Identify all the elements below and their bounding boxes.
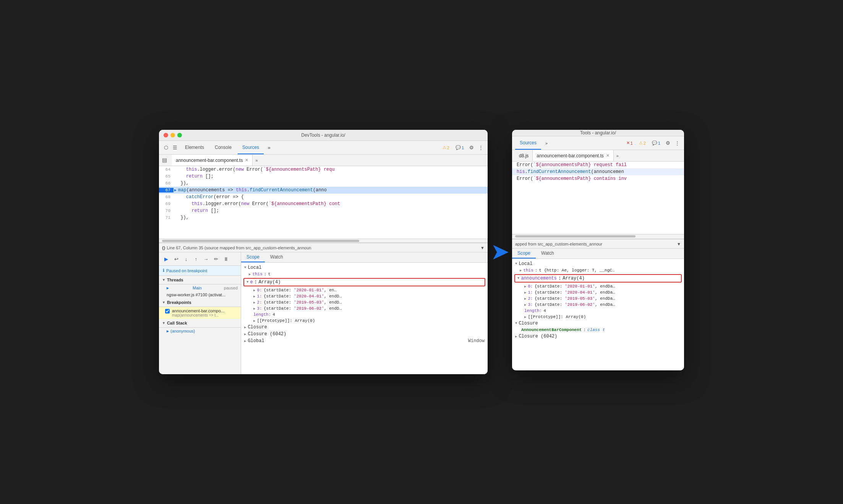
file-tab-close-right[interactable]: ✕ [606,153,610,158]
pause-btn[interactable]: ⏸ [222,255,230,263]
thread-worker[interactable]: ngsw-worker.js #7100 (activat... [159,291,241,298]
scope-announcements-right[interactable]: ▼ announcements: Array(4) [514,274,682,283]
scope-arr-2-right[interactable]: ▶ 2: {startDate: '2019-05-03', endDa… [512,296,684,302]
deactivate-btn[interactable]: ✏ [212,255,220,263]
scope-local-header-left[interactable]: ▼ Local [241,264,488,271]
file-tab-component-name: announcement-bar.component.ts [537,153,603,158]
more-files-icon-left[interactable]: » [253,157,260,164]
this-label-left: this [252,272,262,276]
debug-area-right: Scope Watch ▼ Local ▶ this: t {http: Ae,… [512,248,684,370]
more-tabs-icon[interactable]: » [265,144,273,152]
scope-this-right[interactable]: ▶ this: t {http: Ae, logger: T, __ngC… [512,267,684,273]
arr1-expand-left: ▶ [253,294,255,299]
traffic-lights-left [164,133,182,137]
step-out-btn[interactable]: ↑ [192,255,200,263]
paused-text: Paused on breakpoint [166,268,207,273]
step-into-btn[interactable]: ↓ [182,255,190,263]
global-expand-left: ▶ [244,339,246,343]
arr1-label-left: 1: [257,294,262,299]
e-label-left: e [250,279,253,285]
scope-local-label-left: Local [248,265,261,270]
right-code-line-2: his.findCurrentAnnouncement(announcemen [512,168,684,175]
more-files-icon-right[interactable]: » [614,152,621,160]
settings-icon[interactable]: ⚙ [468,144,475,152]
scope-global-left[interactable]: ▶ Global Window [241,338,488,344]
scope-arr-3-right[interactable]: ▶ 3: {startDate: '2019-06-02', endDa… [512,302,684,308]
scope-prototype-right[interactable]: ▶ [[Prototype]]: Array(0) [512,314,684,320]
scope-arr-1-right[interactable]: ▶ 1: {startDate: '2020-04-01', endDa… [512,289,684,296]
code-line-66: 66 }), [159,180,488,187]
scope-announcement-class[interactable]: AnnouncementBarComponent: class t [512,327,684,333]
blue-arrow-icon: ➤ [491,242,508,262]
more-icon-right[interactable]: ⋮ [673,139,681,147]
call-stack-section-header[interactable]: ▼ Call Stack [159,319,241,328]
more-icon[interactable]: ⋮ [477,144,485,152]
overflow-icon-right[interactable]: ▼ [677,242,681,246]
scope-e-left[interactable]: ▼ e: Array(4) [243,278,485,286]
tab-sources[interactable]: Sources [238,141,264,154]
overflow-icon-left[interactable]: ▼ [480,246,485,250]
code-area-right: Error(`${announcementsPath} request fail… [512,162,684,234]
scope-closure-left[interactable]: ▶ Closure [241,324,488,331]
maximize-button[interactable] [177,133,182,137]
scope-arr-2-left[interactable]: ▶ 2: {startDate: '2019-05-03', endD… [241,299,488,305]
file-tab-close-left[interactable]: ✕ [245,158,248,163]
left-devtools-window: DevTools - angular.io/ ⬡ ☰ Elements Cons… [159,130,488,374]
tab-sources-right[interactable]: Sources [515,136,541,150]
scope-tab-watch-right[interactable]: Watch [536,249,559,258]
info-badge-right[interactable]: 💬 1 [650,140,663,146]
warning-badge[interactable]: ⚠ 2 [440,144,452,151]
scope-local-header-right[interactable]: ▼ Local [512,260,684,267]
scope-tab-scope-left[interactable]: Scope [241,252,265,262]
scope-closure-right[interactable]: ▼ Closure [512,320,684,327]
scope-arr-0-right[interactable]: ▶ 0: {startDate: '2020-01-01', endDa… [512,283,684,289]
scope-arr-1-left[interactable]: ▶ 1: {startDate: '2020-04-01', endD… [241,293,488,299]
sidebar-toggle-left[interactable]: ▤ [162,157,169,164]
local-expand-icon-right: ▼ [515,262,517,266]
announcements-val-right: Array(4) [563,276,585,281]
breakpoint-item-0[interactable]: announcement-bar.compo... map(announceme… [159,307,241,319]
call-stack-item-0[interactable]: (anonymous) [159,328,241,334]
scope-this-left[interactable]: ▶ this: t [241,271,488,277]
scope-tab-watch-left[interactable]: Watch [265,252,289,262]
thread-main-name: Main [193,286,202,290]
tab-console[interactable]: Console [210,141,236,154]
scope-tab-scope-right[interactable]: Scope [512,249,536,258]
warning-badge-right[interactable]: ⚠ 2 [637,140,648,146]
breakpoints-section-header[interactable]: ▼ Breakpoints [159,298,241,307]
settings-icon-right[interactable]: ⚙ [664,139,672,147]
bp-checkbox-0[interactable] [165,309,170,313]
scope-arr-3-left[interactable]: ▶ 3: {startDate: '2019-06-02', endD… [241,305,488,312]
closure6042-label-right: Closure (6042) [519,334,557,339]
scope-closure6042-right[interactable]: ▶ Closure (6042) [512,333,684,340]
error-badge-right[interactable]: ✕ 1 [624,140,635,146]
window-title-left: DevTools - angular.io/ [301,132,345,138]
format-icon[interactable]: {} [162,246,165,250]
thread-main[interactable]: Main paused [159,284,241,291]
close-button[interactable] [164,133,168,137]
scope-content-right: ▼ Local ▶ this: t {http: Ae, logger: T, … [512,259,684,370]
scope-arr-0-left[interactable]: ▶ 0: {startDate: '2020-01-01', en… [241,287,488,293]
step-over-btn[interactable]: ↩ [172,255,180,263]
right-line-code-3: Error(`${announcementsPath} contains inv [515,176,627,181]
more-tabs-icon-right[interactable]: » [543,139,550,147]
file-tab-component-left[interactable]: announcement-bar.component.ts ✕ [172,155,253,166]
minimize-button[interactable] [170,133,175,137]
line-code-69: this.logger.error(new Error(`${announcem… [173,201,340,207]
file-tab-d8-right[interactable]: d8.js [515,150,533,161]
tab-elements[interactable]: Elements [180,141,209,154]
scope-prototype-left[interactable]: ▶ [[Prototype]]: Array(0) [241,318,488,324]
scope-content-left: ▼ Local ▶ this: t ▼ e: [241,263,488,374]
step-btn[interactable]: → [202,255,210,263]
file-tab-component-right[interactable]: announcement-bar.component.ts ✕ [533,150,613,161]
scope-closure6042-left[interactable]: ▶ Closure (6042) [241,331,488,338]
threads-section-header[interactable]: ▼ Threads [159,276,241,284]
cursor-icon[interactable]: ⬡ [162,144,170,152]
code-line-65: 65 return []; [159,173,488,180]
device-icon[interactable]: ☰ [171,144,179,152]
info-badge[interactable]: 💬 1 [453,144,466,151]
closure6042-expand-right: ▶ [515,334,517,339]
code-scrollbar-right[interactable] [512,235,684,239]
resume-btn[interactable]: ▶ [162,255,170,263]
code-scrollbar-left[interactable] [159,239,488,243]
